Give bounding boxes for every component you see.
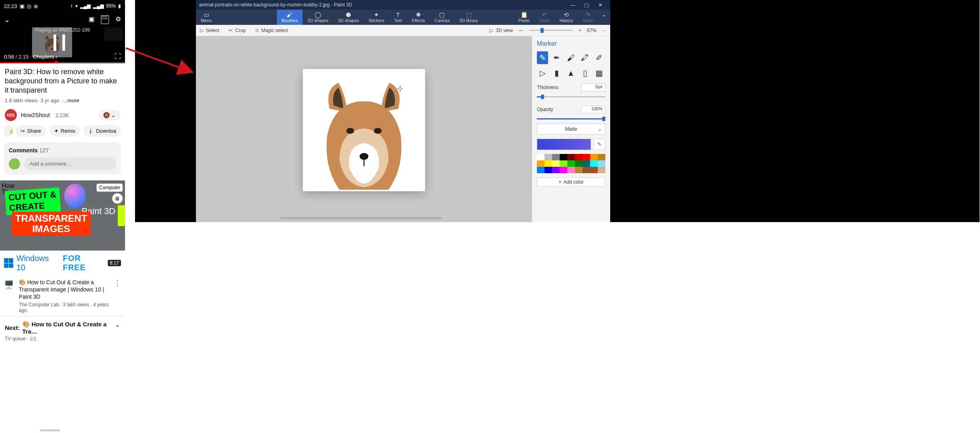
color-swatch[interactable] — [552, 154, 560, 160]
brush-calligraphy[interactable]: ✒ — [551, 51, 562, 64]
color-swatch[interactable] — [552, 167, 560, 173]
color-swatch[interactable] — [575, 160, 583, 167]
collapse-ribbon-button[interactable]: ⌃ — [598, 10, 610, 25]
chapters-button[interactable]: Chapters › — [33, 54, 57, 60]
color-swatch[interactable] — [590, 167, 598, 173]
pause-button[interactable]: ▎▎ — [0, 34, 125, 51]
tab-effects[interactable]: ✺Effects — [407, 10, 430, 25]
color-swatch[interactable] — [544, 167, 552, 173]
video-player[interactable]: ⌄ ▣ CC ⚙ Playing on RMX2202-199 ▎▎ 0:58 … — [0, 12, 125, 63]
color-swatch[interactable] — [544, 154, 552, 160]
brush-watercolor[interactable]: 🖍 — [579, 51, 591, 64]
menu-button[interactable]: ▭Menu — [196, 10, 217, 25]
canvas-viewport[interactable]: -¦- — [196, 36, 532, 222]
color-swatch[interactable] — [598, 167, 605, 173]
tab-stickers[interactable]: ✦Stickers — [364, 10, 389, 25]
tab-2d-shapes[interactable]: ◯2D shapes — [302, 10, 333, 25]
thickness-input[interactable]: 5px — [581, 83, 605, 91]
canvas[interactable]: -¦- — [303, 69, 425, 191]
color-swatch[interactable] — [590, 154, 598, 160]
eyedropper-button[interactable]: ✎ — [593, 139, 605, 150]
color-swatch[interactable] — [575, 167, 583, 173]
comment-input[interactable]: Add a comment… — [24, 158, 116, 170]
history-button[interactable]: ⟲History — [555, 10, 578, 25]
recommended-title[interactable]: 🎨 How to Cut Out & Create a Transparent … — [19, 279, 109, 301]
add-color-button[interactable]: +Add color — [537, 177, 605, 187]
channel-name[interactable]: How2Shout — [21, 112, 50, 118]
brush-pencil[interactable]: ✐ — [594, 51, 605, 64]
color-swatch[interactable] — [567, 154, 575, 160]
cast-icon[interactable]: ▣ — [89, 15, 95, 24]
notifications-button[interactable]: 🔕⌄ — [99, 110, 120, 120]
tab-3d-library[interactable]: ⬚3D library — [454, 10, 483, 25]
color-swatch[interactable] — [567, 160, 575, 167]
color-swatch[interactable] — [560, 154, 567, 160]
brush-eraser[interactable]: ▷ — [537, 67, 548, 79]
chevron-up-icon[interactable]: ⌃ — [115, 324, 120, 331]
brush-oil[interactable]: 🖌 — [565, 51, 577, 64]
brush-fill[interactable]: ▦ — [594, 67, 605, 79]
color-swatch[interactable] — [575, 154, 583, 160]
progress-bar[interactable] — [0, 62, 125, 63]
redo-button[interactable]: ↷Redo — [578, 10, 598, 25]
crop-tool[interactable]: ✂Crop — [229, 28, 246, 33]
color-swatch[interactable] — [537, 154, 544, 160]
brush-marker[interactable]: ✎ — [537, 51, 548, 64]
opacity-slider[interactable] — [537, 118, 605, 119]
zoom-in-button[interactable]: + — [579, 28, 581, 33]
zoom-out-button[interactable]: — — [518, 28, 523, 33]
color-swatch[interactable] — [590, 160, 598, 167]
color-swatch[interactable] — [544, 160, 552, 167]
captions-icon[interactable]: CC — [101, 15, 109, 24]
tab-brushes[interactable]: 🖌Brushes — [277, 10, 302, 25]
magic-select-tool[interactable]: �ัMagic select — [255, 28, 288, 33]
thickness-slider[interactable] — [537, 96, 605, 97]
color-swatch[interactable] — [598, 160, 605, 167]
color-swatch[interactable] — [583, 160, 590, 167]
color-swatch[interactable] — [583, 167, 590, 173]
settings-gear-icon[interactable]: ⚙ — [115, 15, 121, 24]
brush-pixel[interactable]: ▲ — [565, 67, 577, 79]
color-swatch[interactable] — [537, 167, 544, 173]
material-dropdown[interactable]: Matte — [537, 123, 605, 135]
more-icon[interactable]: ··· — [602, 28, 606, 33]
more-menu-icon[interactable]: ⋮ — [114, 279, 121, 313]
color-swatch[interactable] — [560, 160, 567, 167]
channel-avatar[interactable]: H2S — [5, 109, 17, 121]
download-button[interactable]: ⭳Downloa — [83, 125, 121, 137]
recommended-meta[interactable]: 🖥️ 🎨 How to Cut Out & Create a Transpare… — [0, 275, 125, 316]
opacity-input[interactable]: 100% — [581, 105, 605, 113]
color-swatch[interactable] — [537, 160, 544, 167]
tab-canvas[interactable]: ▢Canvas — [430, 10, 454, 25]
horizontal-scrollbar[interactable] — [280, 217, 442, 220]
share-button[interactable]: ↪Share — [16, 125, 46, 137]
current-color[interactable] — [537, 139, 591, 150]
color-swatch[interactable] — [598, 154, 605, 160]
video-title[interactable]: Paint 3D: How to remove white background… — [5, 67, 120, 95]
paste-button[interactable]: 📋Paste — [514, 10, 534, 25]
drag-handle[interactable] — [40, 429, 60, 431]
color-swatch[interactable] — [567, 167, 575, 173]
chevron-down-icon[interactable]: ⌄ — [4, 15, 10, 24]
channel-row[interactable]: H2S How2Shout 2.23K 🔕⌄ — [0, 105, 125, 125]
fullscreen-icon[interactable]: ⛶ — [115, 53, 121, 60]
3d-view-toggle[interactable]: ▷3D view — [490, 28, 513, 33]
undo-button[interactable]: ↶Undo — [534, 10, 555, 25]
maximize-button[interactable]: ▢ — [580, 2, 593, 8]
remix-button[interactable]: ✦Remix — [49, 125, 81, 137]
zoom-slider[interactable] — [529, 30, 573, 31]
select-tool[interactable]: ▷Select — [200, 28, 219, 33]
color-swatch[interactable] — [552, 160, 560, 167]
brush-crayon[interactable]: ▮ — [551, 67, 562, 79]
minimize-button[interactable]: — — [566, 2, 580, 8]
color-swatch[interactable] — [583, 154, 590, 160]
like-button[interactable]: 👍1.6K — [4, 125, 12, 137]
tab-text[interactable]: TText — [389, 10, 407, 25]
up-next-bar[interactable]: Next: 🎨 How to Cut Out & Create a Tra… ⌃… — [0, 316, 125, 343]
color-swatch[interactable] — [560, 167, 567, 173]
more-button[interactable]: …more — [62, 97, 79, 103]
close-button[interactable]: ✕ — [593, 2, 607, 8]
recommended-thumbnail[interactable]: How To Computer 🖥 CUT OUT & CREATE Paint… — [0, 180, 125, 251]
tab-3d-shapes[interactable]: ⬢3D shapes — [333, 10, 364, 25]
comments-card[interactable]: Comments127 Add a comment… — [4, 142, 121, 175]
